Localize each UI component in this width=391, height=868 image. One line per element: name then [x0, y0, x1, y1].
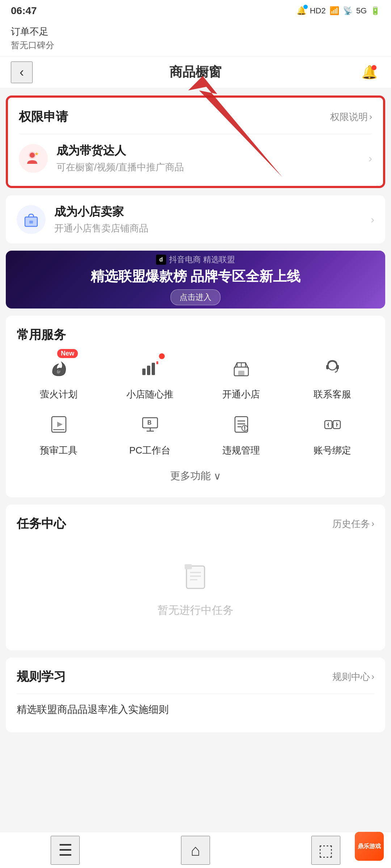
tiktok-logo: d	[156, 255, 166, 265]
preview-label: 预审工具	[40, 444, 77, 457]
binding-label: 账号绑定	[314, 444, 351, 457]
status-time: 06:47	[11, 5, 37, 17]
support-label: 联系客服	[314, 388, 351, 401]
notif-subtitle: 暂无口碑分	[11, 39, 380, 51]
status-icons: 🔔 HD2 📶 📡 5G 🔋	[297, 6, 380, 16]
rules-section-title: 规则学习	[17, 668, 66, 685]
banner-content: d 抖音电商 精选联盟 精选联盟爆款榜 品牌专区全新上线 点击进入	[91, 254, 301, 305]
watermark: 鼎乐游戏	[355, 832, 384, 861]
pc-label: PC工作台	[129, 444, 171, 457]
push-label: 小店随心推	[126, 388, 173, 401]
permission-header: 权限申请 权限说明 ›	[19, 109, 372, 125]
status-5g: 5G	[356, 6, 367, 16]
status-bar: 06:47 🔔 HD2 📶 📡 5G 🔋	[0, 0, 391, 22]
task-history-chevron: ›	[371, 519, 374, 529]
task-empty-text: 暂无进行中任务	[157, 603, 234, 618]
promo-banner[interactable]: d 抖音电商 精选联盟 精选联盟爆款榜 品牌专区全新上线 点击进入	[6, 251, 385, 309]
permission-card: 权限申请 权限说明 › 成为带货达人	[8, 98, 383, 186]
service-item-violations[interactable]: 违规管理	[199, 408, 283, 457]
svg-text:B: B	[147, 420, 152, 426]
permission-card-wrapper: 权限申请 权限说明 › 成为带货达人	[6, 95, 385, 188]
permission-section-title: 权限申请	[19, 109, 68, 125]
services-card: 常用服务 New 萤火计划	[6, 316, 385, 497]
status-signal: 📶	[329, 6, 339, 16]
svg-rect-40	[185, 564, 192, 569]
nav-back-button[interactable]: ⬚	[311, 836, 340, 865]
bell-button[interactable]: 🔔	[358, 61, 380, 83]
influencer-chevron: ›	[369, 152, 372, 165]
bell-dot	[371, 65, 377, 70]
seller-name: 成为小店卖家	[54, 204, 371, 220]
svg-rect-6	[142, 369, 146, 375]
rule-item-0[interactable]: 精选联盟商品品退率准入实施细则	[17, 694, 374, 725]
seller-wrapper: 成为小店卖家 开通小店售卖店铺商品 ›	[6, 195, 385, 243]
seller-card: 成为小店卖家 开通小店售卖店铺商品 ›	[6, 195, 385, 243]
seller-chevron: ›	[371, 213, 374, 226]
task-header: 任务中心 历史任务 ›	[17, 515, 374, 532]
seller-text: 成为小店卖家 开通小店售卖店铺商品	[54, 204, 371, 235]
influencer-text: 成为带货达人 可在橱窗/视频/直播中推广商品	[56, 143, 369, 174]
banner-cta-button[interactable]: 点击进入	[171, 289, 220, 305]
rules-center-link[interactable]: 规则中心 ›	[332, 671, 374, 683]
permission-item-seller[interactable]: 成为小店卖家 开通小店售卖店铺商品 ›	[17, 195, 374, 243]
more-services-button[interactable]: 更多功能 ∨	[17, 465, 374, 486]
violations-icon-wrap	[225, 408, 257, 441]
open-shop-label: 开通小店	[222, 388, 260, 401]
task-section-title: 任务中心	[17, 515, 66, 532]
service-item-pc[interactable]: B PC工作台	[108, 408, 192, 457]
service-item-preview[interactable]: 预审工具	[17, 408, 101, 457]
open-shop-icon-wrap	[225, 352, 257, 384]
back-button[interactable]: ‹	[11, 61, 33, 83]
services-grid: New 萤火计划	[17, 352, 374, 457]
task-empty-state: 暂无进行中任务	[17, 541, 374, 639]
svg-rect-5	[29, 221, 33, 224]
svg-rect-36	[186, 566, 205, 588]
task-history-link[interactable]: 历史任务 ›	[332, 518, 374, 530]
status-battery: 🔋	[370, 6, 380, 16]
notification-banner: 订单不足 暂无口碑分	[0, 22, 391, 56]
service-item-open-shop[interactable]: 开通小店	[199, 352, 283, 401]
service-item-push[interactable]: 小店随心推	[108, 352, 192, 401]
rules-card: 规则学习 规则中心 › 精选联盟商品品退率准入实施细则	[6, 658, 385, 732]
permission-link[interactable]: 权限说明 ›	[330, 111, 372, 123]
seller-desc: 开通小店售卖店铺商品	[54, 222, 371, 235]
violations-label: 违规管理	[222, 444, 260, 457]
bottom-nav: ☰ ⌂ ⬚	[0, 832, 391, 868]
push-icon-wrap	[134, 352, 166, 384]
binding-icon-wrap	[316, 408, 349, 441]
banner-logo: d 抖音电商 精选联盟	[91, 254, 301, 265]
rules-center-chevron: ›	[371, 672, 374, 682]
preview-icon-wrap	[42, 408, 75, 441]
watermark-line1: 鼎乐游戏	[358, 843, 381, 850]
top-nav: ‹ 商品橱窗 🔔	[0, 56, 391, 88]
push-red-dot	[159, 353, 165, 359]
svg-rect-7	[147, 366, 150, 375]
svg-rect-11	[238, 371, 244, 376]
new-badge: New	[57, 349, 78, 358]
service-item-binding[interactable]: 账号绑定	[290, 408, 374, 457]
nav-menu-button[interactable]: ☰	[51, 836, 80, 865]
seller-icon	[17, 205, 46, 234]
influencer-name: 成为带货达人	[56, 143, 369, 159]
status-wifi: 📡	[343, 6, 353, 16]
banner-title: 精选联盟爆款榜 品牌专区全新上线	[91, 267, 301, 286]
svg-point-1	[30, 153, 35, 158]
task-empty-icon	[181, 562, 210, 597]
permission-item-influencer[interactable]: 成为带货达人 可在橱窗/视频/直播中推广商品 ›	[19, 134, 372, 182]
service-item-firefly[interactable]: New 萤火计划	[17, 352, 101, 401]
service-item-support[interactable]: 联系客服	[290, 352, 374, 401]
notif-title: 订单不足	[11, 25, 380, 38]
svg-point-28	[244, 429, 245, 430]
status-network: HD2	[310, 6, 326, 16]
more-services-chevron: ∨	[214, 470, 221, 482]
bottom-spacer	[0, 732, 391, 776]
task-card: 任务中心 历史任务 › 暂无进行中任务	[6, 505, 385, 650]
svg-marker-16	[57, 422, 63, 427]
nav-home-button[interactable]: ⌂	[181, 836, 210, 865]
rules-header: 规则学习 规则中心 ›	[17, 668, 374, 685]
status-bell-dot: 🔔	[297, 6, 306, 16]
page-title: 商品橱窗	[169, 63, 222, 81]
main-content: 权限申请 权限说明 › 成为带货达人	[0, 95, 391, 776]
firefly-label: 萤火计划	[40, 388, 77, 401]
firefly-icon-wrap: New	[42, 352, 75, 384]
